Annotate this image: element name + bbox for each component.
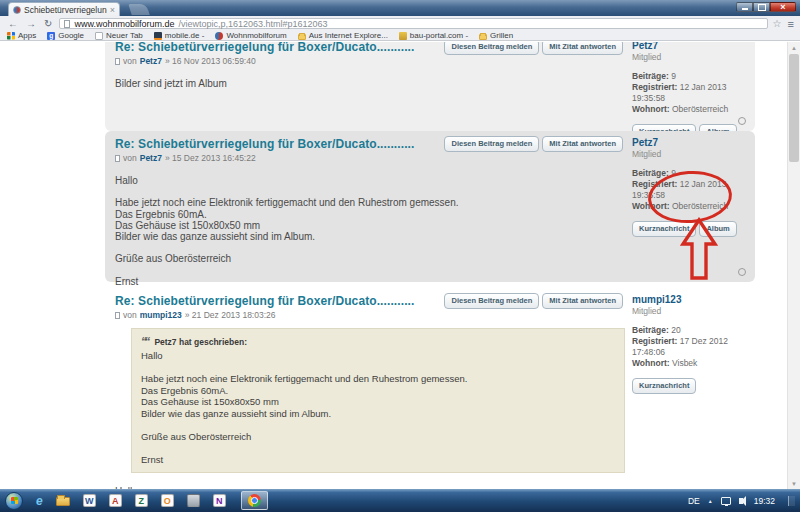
app-o-icon[interactable]: O (161, 494, 174, 507)
app-a-icon[interactable]: A (109, 494, 122, 507)
quote-reply-button[interactable]: Mit Zitat antworten (542, 293, 623, 309)
post-icon[interactable] (115, 312, 120, 319)
internet-explorer-icon[interactable] (36, 495, 43, 507)
profile-username[interactable]: Petz7 (632, 137, 752, 148)
post-actions: Diesen Beitrag melden Mit Zitat antworte… (444, 136, 623, 152)
registered-label: Registriert: (632, 82, 677, 92)
network-icon[interactable] (721, 497, 731, 505)
bookmark-label: bau-portal.com - (410, 31, 468, 40)
scroll-down-icon[interactable] (788, 478, 800, 489)
onenote-app-icon[interactable]: N (213, 494, 226, 507)
start-button[interactable] (5, 492, 23, 510)
profile-username[interactable]: Petz7 (632, 42, 752, 51)
chrome-icon (248, 494, 261, 507)
post-icon[interactable] (115, 58, 120, 65)
quote-reply-button[interactable]: Mit Zitat antworten (542, 136, 623, 152)
show-desktop-button[interactable] (788, 496, 795, 506)
bookmark-google[interactable]: Google (47, 31, 84, 40)
system-tray: DE 19:32 (688, 496, 800, 506)
reload-icon[interactable] (44, 19, 52, 29)
profile-fields: Beiträge: 20 Registriert: 17 Dez 2012 17… (632, 325, 752, 369)
bookmark-label: Apps (18, 31, 36, 40)
bookmark-mobile-de[interactable]: mobile.de - (154, 31, 205, 40)
show-hidden-icons[interactable] (708, 498, 713, 504)
von-label: von (123, 310, 137, 320)
bookmark-label: Google (58, 31, 84, 40)
folder-icon (479, 34, 487, 40)
new-tab-button[interactable] (128, 4, 150, 15)
page-icon (64, 20, 70, 28)
windows-taskbar: W A Z O N DE 19:32 (0, 489, 800, 512)
scrollbar-thumb[interactable] (789, 54, 799, 162)
language-indicator[interactable]: DE (688, 496, 700, 506)
bookmark-apps[interactable]: Apps (7, 31, 36, 40)
author-link[interactable]: mumpi123 (140, 310, 182, 320)
site-favicon (13, 6, 21, 14)
bookmark-wohnmobilforum[interactable]: Wohnmobilforum (215, 31, 286, 40)
address-bar[interactable]: www.wohnmobilforum.de /viewtopic,p,16120… (59, 18, 767, 29)
author-link[interactable]: Petz7 (140, 153, 162, 163)
report-post-button[interactable]: Diesen Beitrag melden (444, 42, 539, 55)
bookmark-bau-portal[interactable]: bau-portal.com - (399, 31, 468, 40)
app-misc-icon[interactable] (187, 494, 200, 507)
tab-close-icon[interactable] (110, 6, 115, 14)
bookmark-label: Neuer Tab (106, 31, 143, 40)
annotation-arrow-up (678, 217, 720, 281)
bookmark-neuer-tab[interactable]: Neuer Tab (95, 31, 143, 40)
menu-icon[interactable] (788, 18, 794, 30)
posts-count: 9 (671, 71, 676, 81)
google-icon (47, 32, 55, 40)
quote-author: Petz7 hat geschrieben: (154, 337, 247, 347)
quote-reply-button[interactable]: Mit Zitat antworten (542, 42, 623, 55)
profile-username[interactable]: mumpi123 (632, 294, 752, 305)
author-link[interactable]: Petz7 (140, 56, 162, 66)
bookmark-folder-grillen[interactable]: Grillen (479, 31, 513, 40)
quote-body: Hallo Habe jetzt noch eine Elektronik fe… (141, 350, 615, 466)
close-button[interactable] (770, 2, 796, 12)
clock[interactable]: 19:32 (754, 496, 775, 506)
author-profile: Petz7 Mitglied Beiträge: 9 Registriert: … (632, 42, 752, 140)
bookmark-label: Aus Internet Explore... (309, 31, 388, 40)
back-icon[interactable] (8, 19, 18, 29)
explorer-folder-icon[interactable] (56, 497, 70, 506)
minimize-button[interactable] (736, 2, 753, 12)
bookmark-folder-internet-explorer[interactable]: Aus Internet Explore... (298, 31, 388, 40)
forward-icon[interactable] (26, 19, 36, 29)
apps-grid-icon (7, 32, 15, 40)
app-z-icon[interactable]: Z (135, 494, 148, 507)
chrome-taskbar-button[interactable] (241, 491, 268, 510)
folder-icon (298, 34, 306, 40)
bookmark-star-icon[interactable] (773, 18, 782, 29)
posts-label: Beiträge: (632, 325, 669, 335)
browser-tab[interactable]: Schiebetürverriegelung fü (8, 2, 120, 16)
author-profile: mumpi123 Mitglied Beiträge: 20 Registrie… (632, 294, 752, 394)
report-post-button[interactable]: Diesen Beitrag melden (444, 136, 539, 152)
page-icon (95, 32, 103, 40)
volume-icon[interactable] (739, 498, 743, 504)
word-app-icon[interactable]: W (83, 494, 96, 507)
profile-buttons: Kurznachricht (632, 378, 752, 394)
maximize-button[interactable] (753, 2, 770, 12)
post-date: » 21 Dez 2013 18:03:26 (185, 310, 276, 320)
page-content: Re: Schiebetürverriegelung für Boxer/Duc… (0, 42, 800, 489)
report-post-button[interactable]: Diesen Beitrag melden (444, 293, 539, 309)
post-top-icon[interactable] (738, 117, 746, 125)
window-titlebar: Schiebetürverriegelung fü (0, 0, 800, 16)
tab-title: Schiebetürverriegelung fü (24, 5, 107, 15)
quote-header: Petz7 hat geschrieben: (141, 335, 615, 347)
post-icon[interactable] (115, 155, 120, 162)
post-date: » 16 Nov 2013 06:59:40 (165, 56, 256, 66)
quote-mark-icon (141, 335, 148, 347)
location-value: Visbek (672, 358, 697, 368)
bookmark-label: Wohnmobilforum (226, 31, 286, 40)
bookmark-label: Grillen (490, 31, 513, 40)
post-top-icon[interactable] (738, 268, 746, 276)
scroll-up-icon[interactable] (788, 42, 800, 53)
post-actions: Diesen Beitrag melden Mit Zitat antworte… (444, 42, 623, 55)
profile-rank: Mitglied (632, 306, 752, 316)
bau-portal-icon (399, 32, 407, 40)
taskbar-icons: W A Z O N (36, 491, 268, 510)
vertical-scrollbar[interactable] (787, 42, 800, 489)
forum-post-2: Re: Schiebetürverriegelung für Boxer/Duc… (105, 131, 755, 282)
pm-button[interactable]: Kurznachricht (632, 378, 696, 394)
